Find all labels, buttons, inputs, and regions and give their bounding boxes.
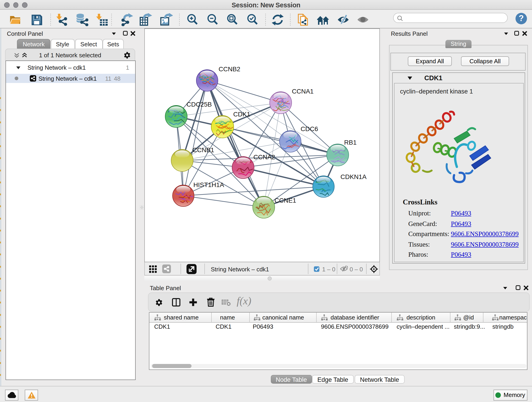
svg-text:CDC25B: CDC25B (186, 101, 212, 108)
svg-text:CCNA2: CCNA2 (253, 153, 275, 161)
svg-text:CDKN1A: CDKN1A (341, 173, 367, 180)
svg-text:CDC6: CDC6 (301, 125, 318, 133)
svg-text:RB1: RB1 (344, 139, 356, 146)
svg-text:CCNB2: CCNB2 (219, 65, 240, 73)
svg-text:CCNA1: CCNA1 (292, 88, 314, 95)
svg-text:CCNE1: CCNE1 (274, 197, 296, 204)
svg-text:CCNB1: CCNB1 (192, 147, 214, 153)
svg-text:CDK1: CDK1 (233, 111, 250, 118)
svg-text:HIST1H1A: HIST1H1A (193, 181, 224, 188)
